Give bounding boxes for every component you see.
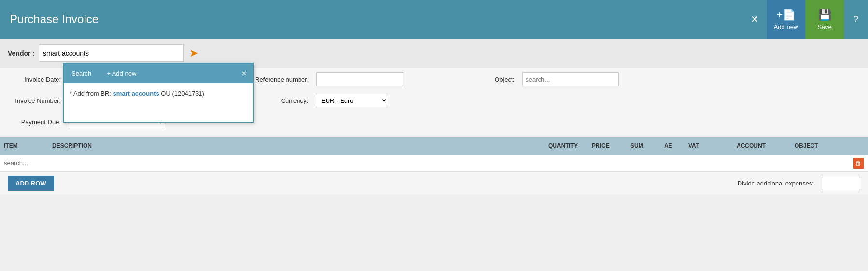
row-object-input[interactable] xyxy=(795,157,845,169)
header-actions: ✕ +📄 Add new 💾 Save ? xyxy=(742,0,868,39)
object-label: Object: xyxy=(461,76,514,83)
dropdown-body: * Add from BR: smart accounts OU (120417… xyxy=(64,83,253,122)
col-description: DESCRIPTION xyxy=(48,143,544,149)
quantity-input[interactable] xyxy=(548,157,584,169)
dropdown-close-button[interactable]: ✕ xyxy=(235,64,253,83)
row-price xyxy=(588,157,626,169)
row-actions: 🗑 xyxy=(849,158,868,169)
page-title: Purchase Invoice xyxy=(10,13,99,26)
divide-expenses-input[interactable] xyxy=(822,177,860,190)
object-search-input[interactable] xyxy=(522,72,619,86)
col-account: ACCOUNT xyxy=(733,143,791,149)
vat-input[interactable] xyxy=(688,157,729,169)
form-object-column: Object: xyxy=(461,72,619,90)
dropdown-suggestion: * Add from BR: smart accounts OU (120417… xyxy=(70,88,247,99)
vendor-input[interactable] xyxy=(39,44,184,62)
dropdown-suggestion-link[interactable]: smart accounts xyxy=(113,90,159,97)
delete-row-button[interactable]: 🗑 xyxy=(853,158,864,169)
help-button[interactable]: ? xyxy=(844,0,868,39)
reference-number-input[interactable] xyxy=(316,72,403,86)
currency-label: Currency: xyxy=(255,97,308,104)
invoice-number-label: Invoice Number: xyxy=(8,97,61,104)
row-account xyxy=(733,157,791,169)
account-input[interactable] xyxy=(737,157,787,169)
col-object: OBJECT xyxy=(791,143,849,149)
row-ae xyxy=(660,157,684,169)
add-row-button[interactable]: ADD ROW xyxy=(8,176,54,191)
row-vat xyxy=(684,157,733,169)
add-new-icon: +📄 xyxy=(776,9,796,21)
item-search-input[interactable] xyxy=(4,157,44,169)
col-ae: AE xyxy=(660,143,684,149)
invoice-date-label: Invoice Date: xyxy=(8,76,61,83)
footer-row: ADD ROW Divide additional expenses: xyxy=(0,172,868,195)
arrow-icon: ➤ xyxy=(189,47,198,59)
reference-number-row: Reference number: xyxy=(255,72,403,86)
currency-select[interactable]: EUR - Euro xyxy=(316,94,388,107)
add-new-button[interactable]: +📄 Add new xyxy=(767,0,805,39)
ae-input[interactable] xyxy=(664,157,681,169)
save-icon: 💾 xyxy=(818,9,831,21)
table-header: ITEM DESCRIPTION QUANTITY PRICE SUM AE V… xyxy=(0,137,868,155)
save-button[interactable]: 💾 Save xyxy=(805,0,844,39)
dropdown-addnew-tab[interactable]: + Add new xyxy=(99,64,144,83)
reference-number-label: Reference number: xyxy=(255,76,309,83)
row-quantity xyxy=(544,157,588,169)
close-icon[interactable]: ✕ xyxy=(742,0,767,39)
col-price: PRICE xyxy=(588,143,626,149)
row-object xyxy=(791,157,849,169)
description-input[interactable] xyxy=(52,157,541,169)
vendor-dropdown: Search + Add new ✕ * Add from BR: smart … xyxy=(63,63,254,123)
col-sum: SUM xyxy=(626,143,660,149)
col-vat: VAT xyxy=(684,143,733,149)
object-row: Object: xyxy=(461,72,619,86)
dropdown-header: Search + Add new ✕ xyxy=(64,64,253,83)
col-quantity: QUANTITY xyxy=(544,143,588,149)
divide-label: Divide additional expenses: xyxy=(738,180,814,187)
row-item xyxy=(0,157,48,169)
vendor-row: Vendor : ➤ Search + Add new ✕ * Add from… xyxy=(0,39,868,68)
table-row: 🗑 xyxy=(0,155,868,172)
row-description xyxy=(48,157,544,169)
price-input[interactable] xyxy=(592,157,623,169)
form-right-column: Reference number: Currency: EUR - Euro xyxy=(255,72,403,111)
vendor-label: Vendor : xyxy=(8,49,35,57)
payment-due-label: Payment Due: xyxy=(8,118,61,126)
invoice-table: ITEM DESCRIPTION QUANTITY PRICE SUM AE V… xyxy=(0,137,868,172)
currency-row: Currency: EUR - Euro xyxy=(255,94,403,107)
dropdown-search-tab[interactable]: Search xyxy=(64,64,99,83)
header: Purchase Invoice ✕ +📄 Add new 💾 Save ? xyxy=(0,0,868,39)
col-item: ITEM xyxy=(0,143,48,149)
